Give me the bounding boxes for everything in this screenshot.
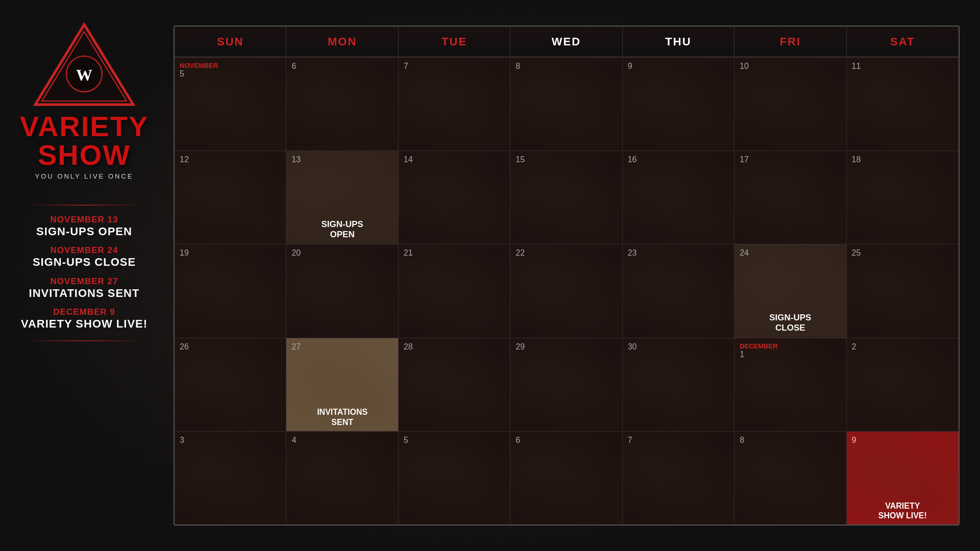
event-item-2: NOVEMBER 24 SIGN-UPS CLOSE xyxy=(33,245,136,269)
sidebar: W VARIETY SHOW YOU ONLY LIVE ONCE NOVEMB… xyxy=(0,0,168,551)
event-date-4: DECEMBER 9 xyxy=(21,307,148,317)
cal-cell-nov9: 9 xyxy=(623,58,734,151)
event-date-1: NOVEMBER 13 xyxy=(36,215,132,225)
cal-cell-nov20: 20 xyxy=(286,244,398,337)
logo-title-show: SHOW xyxy=(38,141,131,169)
cell-number-nov29: 29 xyxy=(516,342,617,352)
cal-cell-nov13: 13 SIGN-UPSOPEN xyxy=(286,151,398,244)
cell-number-nov5: NOVEMBER 5 xyxy=(180,62,281,79)
cell-number-nov22: 22 xyxy=(516,248,617,258)
cal-cell-nov23: 23 xyxy=(623,244,734,337)
event-date-3: NOVEMBER 27 xyxy=(29,277,140,287)
events-list: NOVEMBER 13 SIGN-UPS OPEN NOVEMBER 24 SI… xyxy=(10,215,158,331)
cell-number-nov18: 18 xyxy=(852,155,953,164)
cell-number-nov24: 24 xyxy=(740,248,841,258)
event-item-3: NOVEMBER 27 INVITATIONS SENT xyxy=(29,277,140,300)
cal-cell-nov29: 29 xyxy=(510,338,622,431)
event-name-1: SIGN-UPS OPEN xyxy=(36,225,132,238)
cal-cell-nov27: 27 INVITATIONSSENT xyxy=(286,338,398,431)
calendar-header: SUN MON TUE WED THU FRI SAT xyxy=(175,27,959,57)
event-signup-open: SIGN-UPSOPEN xyxy=(286,219,398,240)
cell-number-nov15: 15 xyxy=(516,155,617,164)
cell-number-nov14: 14 xyxy=(404,155,505,164)
cal-cell-nov30: 30 xyxy=(623,338,734,431)
cell-number-nov8: 8 xyxy=(516,62,617,71)
cal-cell-dec2: 2 xyxy=(847,338,959,431)
cal-week-3: 19 20 21 22 23 24 SIGN-UPSCLOSE xyxy=(175,244,959,337)
triangle-svg: W xyxy=(33,20,135,107)
header-sun: SUN xyxy=(175,27,286,57)
cal-week-5: 3 4 5 6 7 8 9 VARIETYS xyxy=(175,431,959,524)
header-tue: TUE xyxy=(399,27,510,57)
cal-cell-nov22: 22 xyxy=(510,244,622,337)
cell-number-dec6: 6 xyxy=(516,436,617,445)
header-thu: THU xyxy=(623,27,734,57)
top-divider xyxy=(25,205,143,206)
cal-cell-nov28: 28 xyxy=(399,338,510,431)
cell-number-dec4: 4 xyxy=(291,436,393,445)
cell-number-dec1: DECEMBER 1 xyxy=(740,342,841,359)
cell-number-dec8: 8 xyxy=(740,436,841,445)
cal-cell-nov10: 10 xyxy=(734,58,846,151)
cell-number-nov10: 10 xyxy=(740,62,841,71)
cal-cell-nov6: 6 xyxy=(286,58,398,151)
cell-number-nov21: 21 xyxy=(404,248,505,258)
header-sat: SAT xyxy=(847,27,959,57)
cell-number-nov30: 30 xyxy=(628,342,729,352)
logo-triangle: W xyxy=(33,20,135,112)
cell-number-nov16: 16 xyxy=(628,155,729,164)
cal-week-1: NOVEMBER 5 6 7 8 9 10 xyxy=(175,57,959,151)
cal-cell-nov24: 24 SIGN-UPSCLOSE xyxy=(734,244,846,337)
cell-number-nov25: 25 xyxy=(852,248,953,258)
header-fri: FRI xyxy=(734,27,846,57)
event-signup-close: SIGN-UPSCLOSE xyxy=(734,313,846,334)
cell-number-nov6: 6 xyxy=(291,62,393,71)
calendar-container: SUN MON TUE WED THU FRI SAT NOVEMBER 5 6 xyxy=(168,0,980,551)
event-name-4: VARIETY SHOW LIVE! xyxy=(21,317,148,331)
logo-container: W VARIETY SHOW YOU ONLY LIVE ONCE xyxy=(20,20,149,180)
cal-cell-nov25: 25 xyxy=(847,244,959,337)
cell-number-dec9: 9 xyxy=(852,436,953,445)
cal-week-4: 26 27 INVITATIONSSENT 28 29 30 DECEMB xyxy=(175,338,959,431)
cell-number-nov20: 20 xyxy=(291,248,393,258)
cal-cell-dec8: 8 xyxy=(734,432,846,524)
cal-cell-dec3: 3 xyxy=(175,432,286,524)
cell-number-nov23: 23 xyxy=(628,248,729,258)
header-mon: MON xyxy=(286,27,398,57)
cal-cell-nov21: 21 xyxy=(399,244,510,337)
cal-cell-nov15: 15 xyxy=(510,151,622,244)
cal-cell-nov12: 12 xyxy=(175,151,286,244)
cal-cell-nov16: 16 xyxy=(623,151,734,244)
cal-cell-dec6: 6 xyxy=(510,432,622,524)
cal-cell-nov5: NOVEMBER 5 xyxy=(175,58,286,151)
cell-number-nov17: 17 xyxy=(740,155,841,164)
cal-cell-nov8: 8 xyxy=(510,58,622,151)
svg-text:W: W xyxy=(76,66,92,84)
event-name-2: SIGN-UPS CLOSE xyxy=(33,256,136,269)
event-item-1: NOVEMBER 13 SIGN-UPS OPEN xyxy=(36,215,132,238)
cell-number-nov7: 7 xyxy=(404,62,505,71)
cell-number-nov27: 27 xyxy=(291,342,393,352)
cal-cell-nov14: 14 xyxy=(399,151,510,244)
cal-cell-nov11: 11 xyxy=(847,58,959,151)
cal-cell-dec7: 7 xyxy=(623,432,734,524)
cell-number-nov26: 26 xyxy=(180,342,281,352)
cell-number-dec2: 2 xyxy=(852,342,953,352)
cell-number-nov9: 9 xyxy=(628,62,729,71)
cal-cell-dec4: 4 xyxy=(286,432,398,524)
cal-cell-dec9: 9 VARIETYSHOW LIVE! xyxy=(847,432,959,524)
cell-number-nov28: 28 xyxy=(404,342,505,352)
cell-number-dec5: 5 xyxy=(404,436,505,445)
cal-cell-nov26: 26 xyxy=(175,338,286,431)
cal-cell-dec1: DECEMBER 1 xyxy=(734,338,846,431)
calendar-body: NOVEMBER 5 6 7 8 9 10 xyxy=(175,57,959,524)
header-wed: WED xyxy=(510,27,622,57)
event-invitations-sent: INVITATIONSSENT xyxy=(286,407,398,427)
cal-cell-nov19: 19 xyxy=(175,244,286,337)
cal-cell-dec5: 5 xyxy=(399,432,510,524)
cal-cell-nov17: 17 xyxy=(734,151,846,244)
cell-number-nov12: 12 xyxy=(180,155,281,164)
cell-number-dec7: 7 xyxy=(628,436,729,445)
cal-week-2: 12 13 SIGN-UPSOPEN 14 15 16 17 xyxy=(175,151,959,244)
event-item-4: DECEMBER 9 VARIETY SHOW LIVE! xyxy=(21,307,148,331)
